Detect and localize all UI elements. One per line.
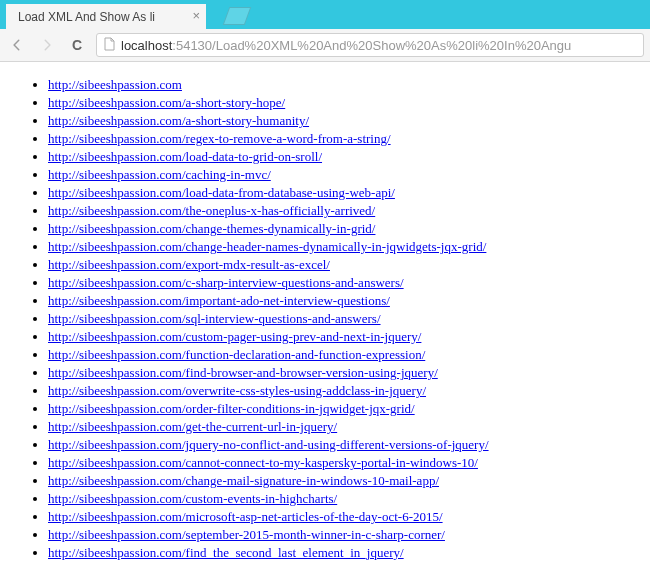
browser-tab[interactable]: Load XML And Show As li × (6, 4, 206, 29)
link[interactable]: http://sibeeshpassion.com/function-decla… (48, 347, 425, 362)
link[interactable]: http://sibeeshpassion.com/regex-to-remov… (48, 131, 391, 146)
back-button[interactable] (6, 34, 28, 56)
link[interactable]: http://sibeeshpassion.com/a-short-story-… (48, 113, 309, 128)
link[interactable]: http://sibeeshpassion.com/custom-events-… (48, 491, 337, 506)
list-item: http://sibeeshpassion.com/the-oneplus-x-… (48, 202, 638, 220)
link[interactable]: http://sibeeshpassion.com/c-sharp-interv… (48, 275, 404, 290)
link[interactable]: http://sibeeshpassion.com/sql-interview-… (48, 311, 381, 326)
list-item: http://sibeeshpassion.com/change-themes-… (48, 220, 638, 238)
link[interactable]: http://sibeeshpassion.com/september-2015… (48, 527, 445, 542)
link[interactable]: http://sibeeshpassion.com/change-mail-si… (48, 473, 439, 488)
arrow-left-icon (10, 38, 24, 52)
list-item: http://sibeeshpassion.com/change-header-… (48, 238, 638, 256)
list-item: http://sibeeshpassion.com/custom-events-… (48, 490, 638, 508)
list-item: http://sibeeshpassion.com/function-decla… (48, 346, 638, 364)
link[interactable]: http://sibeeshpassion.com/order-filter-c… (48, 401, 415, 416)
list-item: http://sibeeshpassion.com/change-mail-si… (48, 472, 638, 490)
list-item: http://sibeeshpassion.com/regex-to-remov… (48, 130, 638, 148)
browser-toolbar: C localhost:54130/Load%20XML%20And%20Sho… (0, 29, 650, 62)
list-item: http://sibeeshpassion.com/september-2015… (48, 526, 638, 544)
link[interactable]: http://sibeeshpassion.com/change-themes-… (48, 221, 375, 236)
list-item: http://sibeeshpassion.com/c-sharp-interv… (48, 274, 638, 292)
link[interactable]: http://sibeeshpassion.com/export-mdx-res… (48, 257, 330, 272)
tab-title: Load XML And Show As li (18, 10, 155, 24)
forward-button[interactable] (36, 34, 58, 56)
new-tab-button[interactable] (223, 7, 252, 25)
link[interactable]: http://sibeeshpassion.com/find_the_secon… (48, 545, 404, 560)
link[interactable]: http://sibeeshpassion.com/overwrite-css-… (48, 383, 426, 398)
list-item: http://sibeeshpassion.com/caching-in-mvc… (48, 166, 638, 184)
url-path: :54130/Load%20XML%20And%20Show%20As%20li… (172, 38, 571, 53)
link[interactable]: http://sibeeshpassion.com/custom-pager-u… (48, 329, 421, 344)
link[interactable]: http://sibeeshpassion.com/cannot-connect… (48, 455, 478, 470)
page-icon (103, 37, 115, 53)
link[interactable]: http://sibeeshpassion.com/get-the-curren… (48, 419, 337, 434)
link[interactable]: http://sibeeshpassion.com/find-browser-a… (48, 365, 438, 380)
list-item: http://sibeeshpassion.com/cannot-connect… (48, 454, 638, 472)
tab-strip: Load XML And Show As li × (0, 0, 650, 29)
list-item: http://sibeeshpassion.com/load-data-to-g… (48, 148, 638, 166)
page-content: http://sibeeshpassion.comhttp://sibeeshp… (0, 62, 650, 561)
url-host: localhost (121, 38, 172, 53)
reload-button[interactable]: C (66, 34, 88, 56)
link[interactable]: http://sibeeshpassion.com/caching-in-mvc… (48, 167, 271, 182)
link-list: http://sibeeshpassion.comhttp://sibeeshp… (12, 76, 638, 561)
list-item: http://sibeeshpassion.com/jquery-no-conf… (48, 436, 638, 454)
list-item: http://sibeeshpassion.com/find-browser-a… (48, 364, 638, 382)
list-item: http://sibeeshpassion.com/a-short-story-… (48, 112, 638, 130)
address-bar[interactable]: localhost:54130/Load%20XML%20And%20Show%… (96, 33, 644, 57)
list-item: http://sibeeshpassion.com/export-mdx-res… (48, 256, 638, 274)
link[interactable]: http://sibeeshpassion.com/a-short-story-… (48, 95, 285, 110)
list-item: http://sibeeshpassion.com (48, 76, 638, 94)
arrow-right-icon (40, 38, 54, 52)
list-item: http://sibeeshpassion.com/order-filter-c… (48, 400, 638, 418)
list-item: http://sibeeshpassion.com/custom-pager-u… (48, 328, 638, 346)
link[interactable]: http://sibeeshpassion.com (48, 77, 182, 92)
list-item: http://sibeeshpassion.com/get-the-curren… (48, 418, 638, 436)
reload-icon: C (72, 37, 82, 53)
link[interactable]: http://sibeeshpassion.com/the-oneplus-x-… (48, 203, 375, 218)
link[interactable]: http://sibeeshpassion.com/load-data-to-g… (48, 149, 322, 164)
list-item: http://sibeeshpassion.com/load-data-from… (48, 184, 638, 202)
list-item: http://sibeeshpassion.com/overwrite-css-… (48, 382, 638, 400)
link[interactable]: http://sibeeshpassion.com/jquery-no-conf… (48, 437, 489, 452)
list-item: http://sibeeshpassion.com/a-short-story-… (48, 94, 638, 112)
list-item: http://sibeeshpassion.com/important-ado-… (48, 292, 638, 310)
link[interactable]: http://sibeeshpassion.com/microsoft-asp-… (48, 509, 443, 524)
close-icon[interactable]: × (192, 9, 200, 22)
link[interactable]: http://sibeeshpassion.com/change-header-… (48, 239, 486, 254)
link[interactable]: http://sibeeshpassion.com/load-data-from… (48, 185, 395, 200)
list-item: http://sibeeshpassion.com/microsoft-asp-… (48, 508, 638, 526)
list-item: http://sibeeshpassion.com/find_the_secon… (48, 544, 638, 561)
link[interactable]: http://sibeeshpassion.com/important-ado-… (48, 293, 390, 308)
list-item: http://sibeeshpassion.com/sql-interview-… (48, 310, 638, 328)
